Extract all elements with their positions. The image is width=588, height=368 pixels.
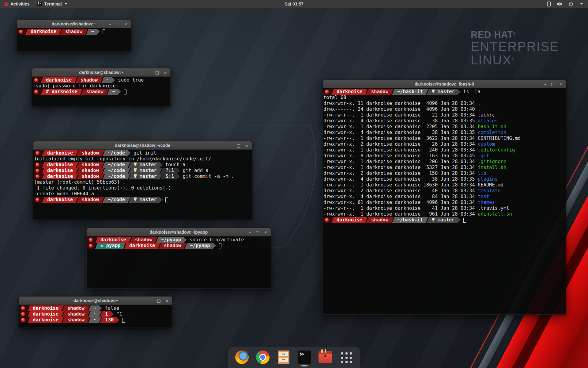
output-text: README.md xyxy=(478,182,503,188)
output-text: create mode 100644 a xyxy=(34,191,94,197)
window-titlebar[interactable]: darknoise@shadow:~/code–□× xyxy=(33,141,252,150)
dock-item-chrome[interactable] xyxy=(256,351,270,368)
system-status-area[interactable] xyxy=(547,0,588,8)
close-button[interactable]: × xyxy=(245,144,248,148)
activities-button[interactable]: Activities xyxy=(0,0,33,8)
segment-divider xyxy=(158,243,161,249)
minimize-button[interactable]: – xyxy=(109,22,111,26)
close-button[interactable]: × xyxy=(264,230,267,234)
segment-divider xyxy=(330,89,334,95)
window-titlebar[interactable]: darknoise@shadow:~/bash-it–□× xyxy=(323,80,566,88)
window-title: darknoise@shadow:~/pyapp xyxy=(150,230,208,235)
window-title: darknoise@shadow:~/bash-it xyxy=(415,82,474,86)
maximize-button[interactable]: □ xyxy=(116,22,119,26)
output-text: install.sh xyxy=(478,165,506,171)
segment-divider xyxy=(87,317,91,323)
terminal-content[interactable]: darknoiseshadow~/pyappsource bin/activat… xyxy=(87,236,271,288)
minimize-button[interactable]: – xyxy=(544,82,546,86)
terminal-content[interactable]: darknoiseshadow~sudo true[sudo] password… xyxy=(32,77,170,106)
redhat-prompt-icon xyxy=(21,318,25,322)
prompt-segment-cwd: ~ xyxy=(91,317,99,323)
prompt-segment-cwd: ~/code xyxy=(105,168,128,174)
prompt-segment-venv: ↻ pyapp xyxy=(98,243,123,249)
prompt-segment-user: darknoise xyxy=(126,243,158,249)
prompt-arrow-icon xyxy=(118,89,121,94)
redhat-prompt-icon xyxy=(325,90,329,94)
segment-divider xyxy=(41,197,44,203)
prompt-line: darknoiseshadow~/codeΨ masterS:1git comm… xyxy=(34,174,252,179)
segment-divider xyxy=(129,237,132,243)
minimize-button[interactable]: – xyxy=(150,299,153,303)
rhel-brand-watermark: RED HAT® ENTERPRISE LINUX® xyxy=(471,30,559,67)
output-text: bash_it.sh xyxy=(478,124,506,130)
output-text: total 68 xyxy=(323,95,346,101)
prompt-segment-exit: 1 xyxy=(102,311,111,317)
output-text: -rw-rw-r--. 1 darknoise darknoise 22 Jan… xyxy=(323,112,478,118)
output-line: drwx------. 24 darknoise darknoise 4096 … xyxy=(323,106,566,112)
prompt-segment-host: shadow xyxy=(65,317,87,323)
prompt-segment-logo xyxy=(34,197,41,203)
dock-item-firefox[interactable] xyxy=(235,351,249,368)
output-line: 1 file changed, 0 insertions(+), 0 delet… xyxy=(34,185,252,191)
terminal-content[interactable]: darknoiseshadow~/bash-itΨ masterls -lato… xyxy=(323,88,566,314)
terminal-content[interactable]: darknoiseshadow~/codegit initInitialized… xyxy=(33,150,252,218)
window-titlebar[interactable]: darknoise@shadow:~–□× xyxy=(32,68,170,77)
prompt-segment-host: shadow xyxy=(65,305,87,311)
terminal-window-6: darknoise@shadow:~/bash-it–□×darknoisesh… xyxy=(322,80,566,315)
minimize-button[interactable]: – xyxy=(149,71,151,75)
segment-divider xyxy=(102,174,105,179)
redhat-prompt-icon xyxy=(34,78,38,82)
output-line: total 68 xyxy=(323,95,566,101)
prompt-segment-cwd: ~/code xyxy=(105,162,128,168)
segment-divider xyxy=(365,217,368,223)
prompt-segment-cwd: ~/bash-it xyxy=(394,89,426,95)
terminal-content[interactable]: darknoiseshadow~ xyxy=(17,28,131,51)
dock-item-app-grid[interactable] xyxy=(339,351,353,368)
chevron-down-icon xyxy=(580,3,583,5)
toolbox-icon xyxy=(318,353,332,363)
window-controls: –□× xyxy=(150,297,169,305)
maximize-button[interactable]: □ xyxy=(155,71,159,75)
window-title: darknoise@shadow:~ xyxy=(79,70,123,75)
close-button[interactable]: × xyxy=(164,71,167,75)
prompt-arrow-icon xyxy=(458,89,461,94)
top-bar: Activities $> Terminal Sat 03:57 xyxy=(0,0,588,8)
segment-divider xyxy=(330,217,334,223)
window-controls: –□× xyxy=(230,141,248,149)
redhat-prompt-icon xyxy=(19,30,23,34)
dock-item-files[interactable] xyxy=(277,351,291,368)
dock-item-toolbox[interactable] xyxy=(318,351,332,368)
maximize-button[interactable]: □ xyxy=(256,230,259,234)
window-titlebar[interactable]: darknoise@shadow:~–□× xyxy=(19,297,172,305)
close-button[interactable]: × xyxy=(165,299,169,303)
focused-app-menu[interactable]: $> Terminal xyxy=(33,0,71,8)
terminal-content[interactable]: darknoiseshadow~falsedarknoiseshadow~1^C… xyxy=(19,305,172,327)
output-text: .gitignore xyxy=(478,159,506,165)
app-grid-icon xyxy=(339,351,353,364)
segment-divider xyxy=(128,162,131,168)
prompt-segment-user: darknoise xyxy=(30,317,61,323)
minimize-button[interactable]: – xyxy=(230,144,232,148)
minimize-button[interactable]: – xyxy=(249,230,251,234)
activities-label: Activities xyxy=(10,2,29,6)
close-button[interactable]: × xyxy=(559,82,563,86)
running-indicator xyxy=(299,365,310,367)
maximize-button[interactable]: □ xyxy=(551,82,555,86)
maximize-button[interactable]: □ xyxy=(157,299,161,303)
window-title: darknoise@shadow:~ xyxy=(74,298,118,303)
window-titlebar[interactable]: darknoise@shadow:~–□× xyxy=(17,20,131,28)
segment-divider xyxy=(391,89,394,95)
prompt-segment-user: darknoise xyxy=(43,77,74,83)
terminal-icon: $> xyxy=(298,351,311,364)
prompt-segment-cwd: ~ xyxy=(110,89,118,95)
close-button[interactable]: × xyxy=(124,22,127,26)
dock-item-terminal[interactable]: $> xyxy=(297,351,311,368)
terminal-cursor xyxy=(165,197,168,202)
segment-divider xyxy=(128,168,131,174)
prompt-line: ↻ pyappdarknoiseshadow~/pyapp xyxy=(87,243,271,249)
maximize-button[interactable]: □ xyxy=(237,144,240,148)
clock[interactable]: Sat 03:57 xyxy=(285,2,303,6)
window-titlebar[interactable]: darknoise@shadow:~/pyapp–□× xyxy=(87,228,271,236)
window-title: darknoise@shadow:~/code xyxy=(115,143,170,148)
command-text: sudo true xyxy=(118,77,144,83)
